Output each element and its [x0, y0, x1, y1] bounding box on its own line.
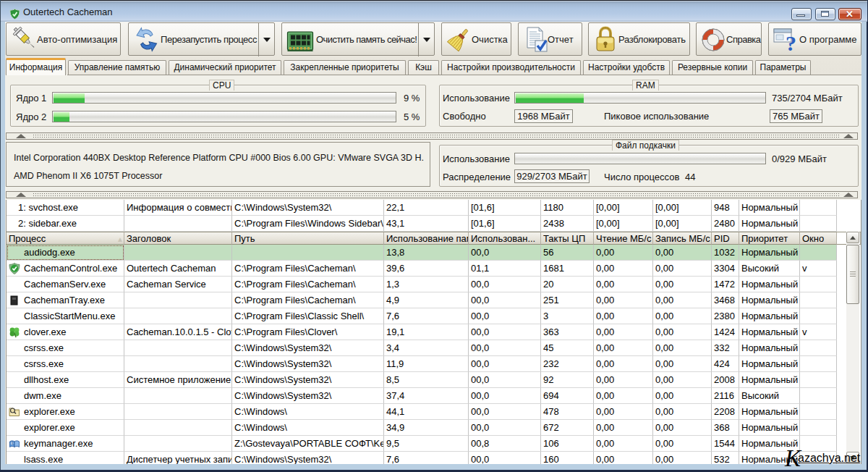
svg-text:?: ? — [786, 31, 796, 54]
svg-text:1: 1 — [12, 441, 14, 445]
